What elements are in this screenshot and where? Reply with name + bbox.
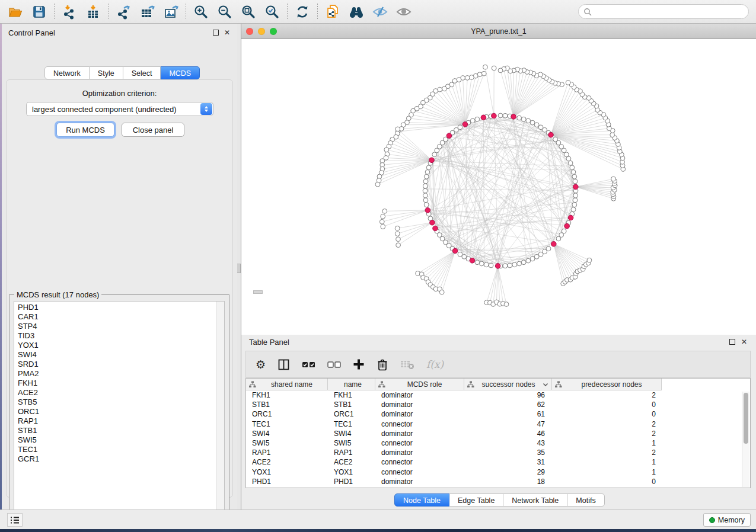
float-table-panel-icon[interactable] xyxy=(729,339,735,345)
column-header-name[interactable]: name xyxy=(328,379,375,390)
cell[interactable]: ORC1 xyxy=(246,410,328,418)
table-row[interactable]: SWI4SWI4dominator462 xyxy=(246,429,742,438)
cell[interactable]: STB1 xyxy=(246,400,328,409)
table-tab-node-table[interactable]: Node Table xyxy=(394,493,449,507)
cell[interactable]: 31 xyxy=(464,458,552,466)
cell[interactable]: dominator xyxy=(375,448,464,457)
cell[interactable]: ACE2 xyxy=(328,458,375,466)
cell[interactable]: TEC1 xyxy=(246,420,328,428)
select-all-icon[interactable] xyxy=(302,360,315,369)
run-mcds-button[interactable]: Run MCDS xyxy=(56,123,114,137)
table-tab-edge-table[interactable]: Edge Table xyxy=(449,493,503,507)
close-table-panel-icon[interactable]: ✕ xyxy=(741,339,747,345)
add-icon[interactable] xyxy=(353,358,365,370)
refresh-button[interactable] xyxy=(291,2,314,22)
cell[interactable]: 0 xyxy=(552,400,662,409)
cell[interactable]: connector xyxy=(375,420,464,428)
table-row[interactable]: YOX1YOX1connector291 xyxy=(246,467,742,477)
hide-selected-button[interactable] xyxy=(368,2,392,22)
table-row[interactable]: FKH1FKH1dominator962 xyxy=(246,390,742,400)
cell[interactable]: SWI5 xyxy=(328,439,375,447)
cell[interactable]: YOX1 xyxy=(328,468,375,476)
network-canvas[interactable] xyxy=(241,39,756,335)
cell[interactable]: SWI4 xyxy=(246,430,328,438)
memory-button[interactable]: Memory xyxy=(703,513,751,527)
cell[interactable]: SWI5 xyxy=(246,439,328,447)
cell[interactable]: 0 xyxy=(552,477,662,486)
cell[interactable]: dominator xyxy=(375,400,464,409)
gear-icon[interactable]: ⚙ xyxy=(256,358,266,371)
mcds-result-list[interactable]: PHD1CAR1STP4TID3YOX1SWI4SRD1PMA2FKH1ACE2… xyxy=(14,301,225,515)
cell[interactable]: 46 xyxy=(464,430,552,438)
search-input[interactable] xyxy=(592,7,748,17)
cell[interactable]: dominator xyxy=(375,477,464,486)
panel-splitter-vertical[interactable] xyxy=(237,24,241,509)
cell[interactable]: 43 xyxy=(464,439,552,447)
cell[interactable]: TEC1 xyxy=(328,420,375,428)
criterion-dropdown[interactable]: largest connected component (undirected) xyxy=(26,102,213,116)
network-search-field[interactable] xyxy=(578,4,749,19)
scrollbar-thumb[interactable] xyxy=(744,393,748,444)
cell[interactable]: 2 xyxy=(552,448,662,457)
cell[interactable]: 29 xyxy=(464,468,552,476)
export-table-button[interactable] xyxy=(135,2,159,22)
cell[interactable]: 2 xyxy=(552,420,662,428)
cell[interactable]: 35 xyxy=(464,448,552,457)
network-graph[interactable] xyxy=(241,39,756,335)
column-header-shared-name[interactable]: shared name xyxy=(246,379,328,390)
export-image-button[interactable] xyxy=(159,2,183,22)
tab-mcds[interactable]: MCDS xyxy=(161,66,200,79)
search-binoculars-button[interactable] xyxy=(344,2,368,22)
cell[interactable]: SWI4 xyxy=(328,430,375,438)
cell[interactable]: STB1 xyxy=(328,400,375,409)
result-scrollbar[interactable] xyxy=(216,302,224,515)
column-header-predecessor-nodes[interactable]: predecessor nodes xyxy=(552,379,662,390)
cell[interactable]: PHD1 xyxy=(246,477,328,486)
show-all-button[interactable] xyxy=(392,2,416,22)
column-header-successor-nodes[interactable]: successor nodes xyxy=(464,379,552,390)
table-scrollbar[interactable] xyxy=(742,392,749,487)
cell[interactable]: connector xyxy=(375,439,464,447)
cell[interactable]: dominator xyxy=(375,410,464,418)
cell[interactable]: FKH1 xyxy=(328,391,375,399)
columns-icon[interactable] xyxy=(277,358,290,371)
tab-select[interactable]: Select xyxy=(123,66,161,79)
cell[interactable]: ORC1 xyxy=(328,410,375,418)
column-header-MCDS-role[interactable]: MCDS role xyxy=(375,379,464,390)
cell[interactable]: 2 xyxy=(552,430,662,438)
float-panel-icon[interactable] xyxy=(213,30,219,36)
table-row[interactable]: ACE2ACE2connector311 xyxy=(246,457,742,467)
trash-icon[interactable] xyxy=(377,358,388,371)
tab-network[interactable]: Network xyxy=(44,66,90,79)
save-button[interactable] xyxy=(27,2,51,22)
export-network-button[interactable] xyxy=(111,2,135,22)
cell[interactable]: 61 xyxy=(464,410,552,418)
cell[interactable]: 1 xyxy=(552,458,662,466)
close-panel-icon[interactable]: ✕ xyxy=(224,30,230,36)
zoom-out-button[interactable] xyxy=(213,2,237,22)
cell[interactable]: 96 xyxy=(464,391,552,399)
table-row[interactable]: ORC1ORC1dominator610 xyxy=(246,409,742,419)
table-tab-network-table[interactable]: Network Table xyxy=(503,493,567,507)
import-network-button[interactable] xyxy=(58,2,81,22)
close-panel-button[interactable]: Close panel xyxy=(122,123,184,137)
cell[interactable]: 1 xyxy=(552,468,662,476)
zoom-in-button[interactable] xyxy=(189,2,213,22)
import-table-button[interactable] xyxy=(81,2,105,22)
tab-style[interactable]: Style xyxy=(90,66,123,79)
table-row[interactable]: PHD1PHD1dominator180 xyxy=(246,477,742,486)
cell[interactable]: dominator xyxy=(375,430,464,438)
cell[interactable]: YOX1 xyxy=(246,468,328,476)
splitter-handle-icon[interactable] xyxy=(237,264,241,273)
cell[interactable]: 18 xyxy=(464,477,552,486)
cell[interactable]: 62 xyxy=(464,400,552,409)
zoom-selected-button[interactable] xyxy=(260,2,284,22)
table-tab-motifs[interactable]: Motifs xyxy=(567,493,604,507)
splitter-handle-horizontal-icon[interactable] xyxy=(253,290,263,294)
cell[interactable]: 0 xyxy=(552,410,662,418)
network-window-titlebar[interactable]: YPA_prune.txt_1 xyxy=(241,24,756,39)
cell[interactable]: RAP1 xyxy=(328,448,375,457)
open-button[interactable] xyxy=(4,2,27,22)
cell[interactable]: connector xyxy=(375,468,464,476)
table-row[interactable]: SWI5SWI5connector431 xyxy=(246,438,742,448)
